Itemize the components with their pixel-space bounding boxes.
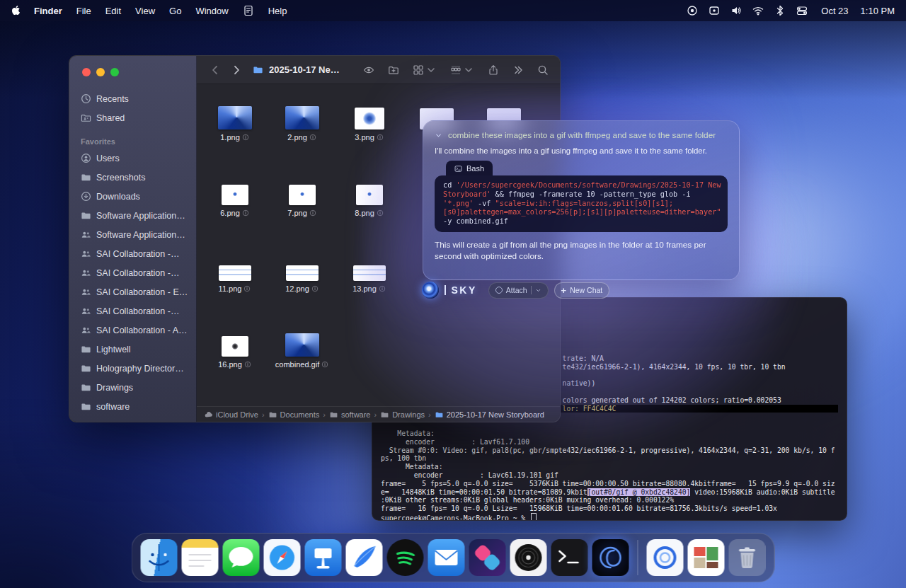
file-item[interactable]: 11.png [201, 251, 268, 327]
double-chevron-button[interactable] [512, 64, 524, 76]
dock-mail-icon[interactable] [428, 539, 465, 576]
group-view-button[interactable] [450, 64, 474, 76]
info-icon [377, 209, 384, 217]
dock-keynote-icon[interactable] [305, 539, 342, 576]
sidebar-item-software[interactable]: software [69, 397, 196, 416]
close-button[interactable] [82, 68, 91, 76]
sidebar-item-downloads[interactable]: Downloads [69, 187, 196, 206]
file-item[interactable]: 8.png [336, 175, 403, 251]
shared-folder-icon [81, 113, 91, 123]
volume-icon[interactable] [730, 5, 742, 16]
dock-drafts-icon[interactable] [346, 539, 383, 576]
menu-clock[interactable]: 1:10 PM [861, 6, 895, 16]
sidebar-item-lightwell[interactable]: Lightwell [69, 340, 196, 359]
menu-window[interactable]: Window [195, 6, 228, 16]
code-language-label: Bash [466, 164, 484, 173]
sky-logo-icon [422, 282, 439, 299]
folder-icon [81, 344, 91, 354]
sidebar-item-shared[interactable]: Shared [69, 108, 196, 127]
file-item[interactable]: 13.png [336, 251, 403, 327]
dock-notes-icon[interactable] [182, 539, 219, 576]
sidebar-item-sai-collaboration[interactable]: SAI Collaboration -… [69, 301, 196, 321]
menu-go[interactable]: Go [169, 6, 181, 16]
file-item[interactable]: combined.gif [268, 327, 336, 403]
sidebar-item-drawings[interactable]: Drawings [69, 378, 196, 397]
dock-safari-icon[interactable] [264, 539, 301, 576]
sidebar-item-sai-collaboration-a[interactable]: SAI Collaboration - A… [69, 321, 196, 340]
terminal-text: te432/iec61966-2-1), 4164x2344, 10 fps, … [563, 363, 786, 371]
dock-messages-icon[interactable] [223, 539, 260, 576]
share-button[interactable] [488, 64, 499, 76]
file-item[interactable]: 7.png [268, 175, 336, 251]
eye-button[interactable] [363, 64, 374, 76]
menu-help[interactable]: Help [268, 6, 287, 16]
attach-button[interactable]: Attach [488, 282, 549, 299]
menu-view[interactable]: View [135, 6, 155, 16]
collapse-chevron-icon[interactable] [435, 132, 442, 139]
sidebar-top: RecentsShared [69, 89, 196, 127]
info-icon [309, 134, 316, 141]
sidebar-item-screenshots[interactable]: Screenshots [69, 168, 196, 187]
breadcrumb-item-2025-10-17-new-storyboard[interactable]: 2025-10-17 New Storyboard [435, 410, 544, 419]
sidebar-item-recents[interactable]: Recents [69, 89, 196, 108]
file-item[interactable]: 16.png [201, 327, 268, 403]
sidebar-item-sai-collaboration-e[interactable]: SAI Collaboration - E… [69, 282, 196, 301]
dock-sky-alt-icon[interactable] [647, 539, 684, 576]
new-chat-button[interactable]: + New Chat [554, 282, 610, 299]
sidebar-item-sai-collaboration[interactable]: SAI Collaboration -… [69, 244, 196, 263]
file-thumbnail [289, 185, 316, 205]
search-button[interactable] [537, 64, 549, 76]
dock-terminal-icon[interactable] [551, 539, 588, 576]
wifi-icon[interactable] [752, 5, 764, 16]
dock-spotify-icon[interactable] [387, 539, 424, 576]
dock-shortcuts-icon[interactable] [469, 539, 506, 576]
sidebar-item-sai-collaboration[interactable]: SAI Collaboration -… [69, 263, 196, 282]
file-item[interactable]: 6.png [201, 175, 268, 251]
file-row: 16.pngcombined.gif [201, 327, 560, 403]
sidebar-item-label: Downloads [96, 192, 140, 202]
code-line: Storyboard' && ffmpeg -framerate 10 -pat… [443, 190, 719, 200]
file-item[interactable]: 1.png [201, 100, 268, 175]
menu-file[interactable]: File [76, 6, 91, 16]
file-label: 11.png [219, 284, 251, 293]
minimize-button[interactable] [96, 68, 105, 76]
file-item[interactable]: 12.png [268, 251, 336, 327]
zoom-button[interactable] [110, 68, 119, 76]
breadcrumb-label: software [341, 410, 371, 419]
code-block[interactable]: cd '/Users/supercgeek/Documents/software… [435, 175, 728, 232]
assistant-input-bar[interactable]: SKY Attach + New Chat [422, 282, 609, 299]
sidebar-item-users[interactable]: Users [69, 149, 196, 168]
dock-finder-icon[interactable] [141, 539, 178, 576]
menu-app-name[interactable]: Finder [34, 6, 62, 16]
dock-record-icon[interactable] [510, 539, 547, 576]
sidebar-item-holography-director[interactable]: Holography Director… [69, 359, 196, 378]
code-segment: [s0]palettegen=max_colors=256[p];[s1][p]… [443, 208, 721, 216]
menu-date[interactable]: Oct 23 [821, 6, 848, 16]
stack-icon[interactable] [709, 5, 720, 16]
sidebar-item-ndas[interactable]: NDAs [69, 416, 196, 422]
apple-menu[interactable] [11, 5, 21, 16]
back-button[interactable] [210, 64, 221, 76]
sidebar-item-software-application[interactable]: Software Application… [69, 206, 196, 225]
breadcrumb-item-software[interactable]: software [329, 410, 371, 419]
breadcrumb-item-drawings[interactable]: Drawings [380, 410, 425, 419]
bluetooth-icon[interactable] [774, 5, 786, 16]
dock-trash-icon[interactable] [729, 539, 766, 576]
record-icon[interactable] [687, 5, 698, 16]
breadcrumb-item-documents[interactable]: Documents [268, 410, 320, 419]
thumbnail-box [222, 175, 248, 205]
dock-photos-icon[interactable] [688, 539, 725, 576]
user-message: combine these images into a gif with ffm… [448, 130, 716, 140]
menu-edit[interactable]: Edit [105, 6, 121, 16]
sidebar-item-software-application[interactable]: Software Application… [69, 225, 196, 244]
file-item[interactable]: 2.png [268, 100, 336, 175]
folder-icon [81, 172, 91, 183]
control-center-icon[interactable] [796, 5, 808, 16]
breadcrumb-item-icloud-drive[interactable]: iCloud Drive [204, 410, 258, 419]
forward-button[interactable] [231, 64, 242, 76]
new-folder-button[interactable] [388, 64, 399, 76]
grid-view-button[interactable] [413, 64, 437, 76]
file-label: 6.png [220, 209, 249, 217]
file-item[interactable]: 3.png [336, 100, 403, 175]
dock-sky-icon[interactable] [592, 539, 629, 576]
